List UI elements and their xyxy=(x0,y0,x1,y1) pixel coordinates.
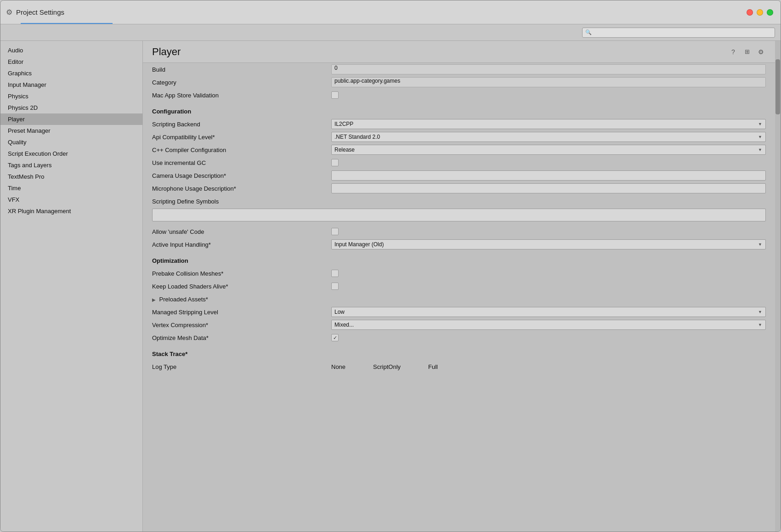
window-controls xyxy=(747,9,773,16)
sidebar-item-xr-plugin-management[interactable]: XR Plugin Management xyxy=(0,205,142,217)
sidebar-item-vfx[interactable]: VFX xyxy=(0,194,142,205)
form-section-top: Build 0 Category public.app-category.gam… xyxy=(143,63,775,373)
layout-icon: ⊞ xyxy=(745,48,750,55)
triangle-icon: ▶ xyxy=(152,297,156,302)
sidebar-item-physics2d[interactable]: Physics 2D xyxy=(0,102,142,113)
sidebar-item-tags-and-layers[interactable]: Tags and Layers xyxy=(0,159,142,171)
gear-icon: ⚙ xyxy=(6,8,12,17)
scripting-backend-select[interactable]: IL2CPP Mono xyxy=(331,119,766,129)
search-icon: 🔍 xyxy=(585,29,592,35)
api-compatibility-select[interactable]: .NET Standard 2.0 .NET 4.x xyxy=(331,132,766,142)
sidebar-item-graphics[interactable]: Graphics xyxy=(0,68,142,79)
layout-button[interactable]: ⊞ xyxy=(742,47,752,57)
label-cpp-compiler: C++ Compiler Configuration xyxy=(152,147,331,153)
form-row-optimize-mesh: Optimize Mesh Data* ✓ xyxy=(152,331,766,344)
label-keep-loaded-shaders: Keep Loaded Shaders Alive* xyxy=(152,283,331,290)
sidebar-item-time[interactable]: Time xyxy=(0,182,142,194)
prebake-collision-checkbox[interactable] xyxy=(331,270,339,277)
scrollbar-track[interactable] xyxy=(775,41,781,532)
label-scripting-backend: Scripting Backend xyxy=(152,121,331,128)
camera-usage-input[interactable] xyxy=(331,170,766,181)
category-display: public.app-category.games xyxy=(331,77,766,87)
maximize-button[interactable] xyxy=(767,9,773,16)
configuration-header: Configuration xyxy=(152,102,766,118)
value-unsafe-code xyxy=(331,228,766,235)
minimize-button[interactable] xyxy=(757,9,763,16)
content-area: Player ? ⊞ ⚙ B xyxy=(143,41,775,532)
incremental-gc-checkbox[interactable] xyxy=(331,159,339,166)
header-icons: ? ⊞ ⚙ xyxy=(728,47,766,57)
main-area: Audio Editor Graphics Input Manager Phys… xyxy=(0,41,781,532)
value-managed-stripping: Low Medium High Disabled xyxy=(331,307,766,317)
value-cpp-compiler: Release Debug Master xyxy=(331,145,766,155)
sidebar-item-quality[interactable]: Quality xyxy=(0,136,142,148)
sidebar-item-script-execution-order[interactable]: Script Execution Order xyxy=(0,148,142,159)
value-mac-app-store-validation xyxy=(331,91,766,99)
cpp-compiler-select[interactable]: Release Debug Master xyxy=(331,145,766,155)
search-input[interactable] xyxy=(594,29,772,36)
form-row-build: Build 0 xyxy=(152,63,766,76)
titlebar: ⚙ Project Settings xyxy=(0,0,781,24)
form-row-scripting-backend: Scripting Backend IL2CPP Mono xyxy=(152,118,766,130)
value-api-compatibility: .NET Standard 2.0 .NET 4.x xyxy=(331,132,766,142)
settings-button[interactable]: ⚙ xyxy=(756,47,766,57)
scrollbar-thumb[interactable] xyxy=(775,59,780,114)
value-camera-usage xyxy=(331,170,766,181)
sidebar-item-input-manager[interactable]: Input Manager xyxy=(0,79,142,91)
scripting-define-input[interactable] xyxy=(152,209,766,221)
managed-stripping-wrapper: Low Medium High Disabled xyxy=(331,307,766,317)
form-row-category: Category public.app-category.games xyxy=(152,76,766,89)
close-button[interactable] xyxy=(747,9,753,16)
label-prebake-collision: Prebake Collision Meshes* xyxy=(152,270,331,277)
build-display: 0 xyxy=(331,64,766,74)
label-optimize-mesh: Optimize Mesh Data* xyxy=(152,334,331,341)
settings-icon: ⚙ xyxy=(758,48,764,56)
stack-trace-full: Full xyxy=(428,363,438,370)
form-row-log-type: Log Type None ScriptOnly Full xyxy=(152,360,766,373)
optimize-mesh-checkbox[interactable]: ✓ xyxy=(331,334,339,341)
sidebar-item-textmesh-pro[interactable]: TextMesh Pro xyxy=(0,171,142,182)
window-title: Project Settings xyxy=(16,8,64,16)
stack-trace-header: Stack Trace* xyxy=(152,344,766,360)
form-row-scripting-define: Scripting Define Symbols xyxy=(152,195,766,208)
label-microphone-usage: Microphone Usage Description* xyxy=(152,185,331,192)
sidebar-item-player[interactable]: Player xyxy=(0,113,142,125)
label-active-input-handling: Active Input Handling* xyxy=(152,241,331,248)
label-managed-stripping: Managed Stripping Level xyxy=(152,309,331,316)
form-row-api-compatibility: Api Compatibility Level* .NET Standard 2… xyxy=(152,130,766,143)
help-button[interactable]: ? xyxy=(728,47,738,57)
form-row-unsafe-code: Allow 'unsafe' Code xyxy=(152,225,766,238)
form-row-keep-loaded-shaders: Keep Loaded Shaders Alive* xyxy=(152,280,766,293)
sidebar-item-physics[interactable]: Physics xyxy=(0,91,142,102)
value-keep-loaded-shaders xyxy=(331,283,766,290)
api-compatibility-wrapper: .NET Standard 2.0 .NET 4.x xyxy=(331,132,766,142)
tab-underline xyxy=(21,23,113,24)
managed-stripping-select[interactable]: Low Medium High Disabled xyxy=(331,307,766,317)
form-row-mac-app-store-validation: Mac App Store Validation xyxy=(152,89,766,102)
cpp-compiler-wrapper: Release Debug Master xyxy=(331,145,766,155)
help-icon: ? xyxy=(731,48,735,56)
page-title: Player xyxy=(152,46,723,58)
unsafe-code-checkbox[interactable] xyxy=(331,228,339,235)
label-vertex-compression: Vertex Compression* xyxy=(152,322,331,328)
sidebar-item-editor[interactable]: Editor xyxy=(0,56,142,68)
toolbar: 🔍 xyxy=(0,24,781,41)
form-row-prebake-collision: Prebake Collision Meshes* xyxy=(152,267,766,280)
value-vertex-compression: Mixed... None Everything xyxy=(331,320,766,330)
active-input-handling-select[interactable]: Input Manager (Old) Input System Package… xyxy=(331,239,766,249)
keep-loaded-shaders-checkbox[interactable] xyxy=(331,283,339,290)
microphone-usage-input[interactable] xyxy=(331,183,766,193)
scroll-content[interactable]: Build 0 Category public.app-category.gam… xyxy=(143,63,775,532)
label-mac-app-store-validation: Mac App Store Validation xyxy=(152,92,331,99)
vertex-compression-select[interactable]: Mixed... None Everything xyxy=(331,320,766,330)
vertex-compression-wrapper: Mixed... None Everything xyxy=(331,320,766,330)
search-box[interactable]: 🔍 xyxy=(582,28,775,38)
mac-app-store-validation-checkbox[interactable] xyxy=(331,91,339,99)
sidebar-item-audio[interactable]: Audio xyxy=(0,45,142,56)
content-header: Player ? ⊞ ⚙ xyxy=(143,41,775,63)
form-row-camera-usage: Camera Usage Description* xyxy=(152,169,766,182)
value-incremental-gc xyxy=(331,159,766,166)
value-category: public.app-category.games xyxy=(331,77,766,87)
form-row-microphone-usage: Microphone Usage Description* xyxy=(152,182,766,195)
sidebar-item-preset-manager[interactable]: Preset Manager xyxy=(0,125,142,136)
